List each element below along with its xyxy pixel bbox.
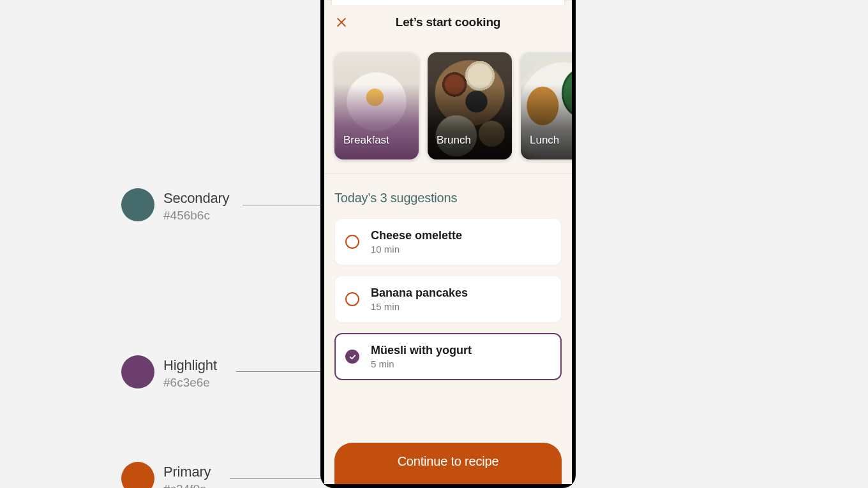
card-label: Lunch [530, 134, 559, 147]
annotation-highlight: Highlight #6c3e6e [121, 355, 217, 391]
cta-wrap: Continue to recipe [334, 443, 562, 484]
suggestion-title: Cheese omelette [371, 229, 462, 242]
swatch-secondary [121, 188, 154, 221]
annotation-line [230, 478, 331, 479]
card-shade [428, 84, 512, 159]
card-shade [334, 84, 419, 159]
close-button[interactable] [333, 14, 350, 31]
suggestions-list: Cheese omelette 10 min Banana pancakes 1… [324, 211, 572, 380]
annotation-hex: #6c3e6e [163, 374, 217, 392]
annotation-secondary: Secondary #456b6c [121, 188, 229, 224]
annotation-hex: #c24f0e [163, 481, 211, 489]
suggestion-time: 15 min [371, 301, 468, 312]
category-carousel[interactable]: Breakfast Brunch Lunch [324, 40, 572, 174]
suggestion-texts: Banana pancakes 15 min [371, 286, 468, 312]
annotation-name: Primary [163, 463, 211, 481]
category-card-lunch[interactable]: Lunch [521, 52, 572, 159]
suggestion-texts: Müesli with yogurt 5 min [371, 344, 472, 369]
annotation-name: Secondary [163, 189, 229, 207]
card-shade [521, 84, 572, 159]
radio-checked-icon [345, 350, 359, 364]
annotation-line [243, 205, 328, 205]
annotation-primary: Primary #c24f0e [121, 462, 211, 488]
suggestion-item[interactable]: Cheese omelette 10 min [334, 218, 562, 265]
annotation-line [236, 371, 331, 372]
checkmark-icon [348, 353, 357, 361]
suggestion-item[interactable]: Banana pancakes 15 min [334, 276, 562, 323]
radio-unchecked-icon [345, 235, 359, 249]
phone-screen: Let’s start cooking Breakfast Brunch Lun… [324, 0, 572, 484]
radio-unchecked-icon [345, 292, 359, 306]
bottom-sheet: Let’s start cooking Breakfast Brunch Lun… [324, 5, 572, 484]
annotation-hex: #456b6c [163, 207, 229, 225]
card-label: Breakfast [343, 134, 389, 147]
continue-button[interactable]: Continue to recipe [334, 443, 562, 484]
annotation-texts: Highlight #6c3e6e [163, 355, 217, 391]
annotation-texts: Secondary #456b6c [163, 188, 229, 224]
section-title: Today’s 3 suggestions [324, 174, 572, 211]
suggestion-item-selected[interactable]: Müesli with yogurt 5 min [334, 333, 562, 380]
suggestion-time: 5 min [371, 359, 472, 369]
category-card-breakfast[interactable]: Breakfast [334, 52, 419, 159]
close-icon [335, 16, 348, 29]
sheet-header: Let’s start cooking [324, 5, 572, 40]
sheet-title: Let’s start cooking [396, 15, 500, 29]
phone-frame: Let’s start cooking Breakfast Brunch Lun… [320, 0, 576, 488]
category-card-brunch[interactable]: Brunch [428, 52, 512, 159]
swatch-primary [121, 462, 154, 488]
suggestion-time: 10 min [371, 244, 462, 255]
suggestion-texts: Cheese omelette 10 min [371, 229, 462, 255]
card-label: Brunch [437, 134, 471, 147]
suggestion-title: Müesli with yogurt [371, 344, 472, 357]
suggestion-title: Banana pancakes [371, 286, 468, 300]
annotation-name: Highlight [163, 357, 217, 374]
annotation-texts: Primary #c24f0e [163, 462, 211, 488]
swatch-highlight [121, 355, 154, 388]
